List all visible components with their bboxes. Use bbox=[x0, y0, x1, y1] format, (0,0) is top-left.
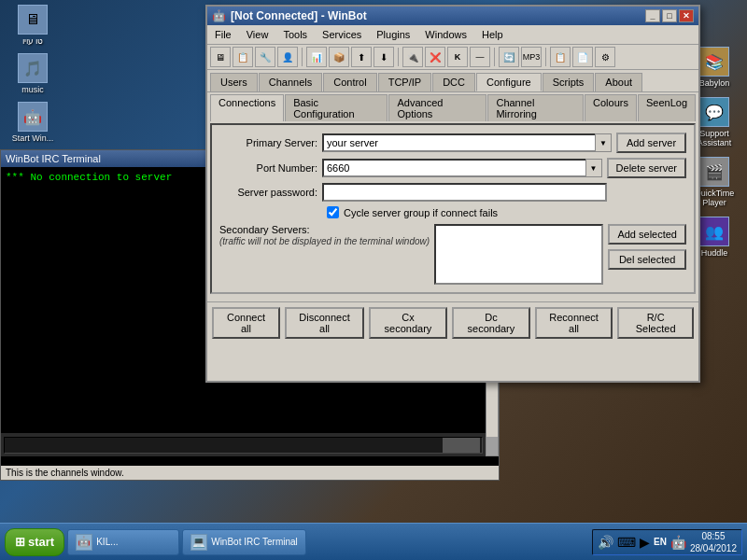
toolbar-btn-14[interactable]: MP3 bbox=[521, 47, 542, 67]
disconnect-all-button[interactable]: Disconnect all bbox=[285, 307, 364, 339]
menu-tools[interactable]: Tools bbox=[275, 27, 315, 42]
cycle-checkbox-row: Cycle server group if connect fails bbox=[219, 206, 686, 218]
toolbar-btn-3[interactable]: 🔧 bbox=[255, 47, 275, 67]
desktop-icon-computer[interactable]: 🖥 טו עויו bbox=[5, 5, 61, 46]
toolbar-btn-11[interactable]: K bbox=[447, 47, 468, 67]
winbot-desktop-icon: 🤖 bbox=[18, 102, 48, 132]
menu-services[interactable]: Services bbox=[315, 27, 369, 42]
subtab-colours[interactable]: Colours bbox=[585, 94, 637, 121]
toolbar-sep-4 bbox=[545, 48, 546, 66]
irc-title-text: WinBot IRC Terminal bbox=[6, 153, 101, 164]
bottom-buttons-area: Connect all Disconnect all Cx secondary … bbox=[207, 301, 698, 343]
toolbar-btn-4[interactable]: 👤 bbox=[277, 47, 298, 67]
huddle-icon-img: 👥 bbox=[699, 217, 729, 246]
menu-plugins[interactable]: Plugins bbox=[369, 27, 417, 42]
secondary-label-area: Secondary Servers: (traffic will not be … bbox=[219, 224, 434, 285]
toolbar-btn-6[interactable]: 📦 bbox=[329, 47, 349, 67]
subtab-basic-config[interactable]: Basic Configuration bbox=[285, 94, 388, 121]
start-button[interactable]: ⊞ start bbox=[5, 528, 64, 556]
toolbar-btn-16[interactable]: 📄 bbox=[572, 47, 593, 67]
delete-server-button[interactable]: Delete server bbox=[607, 158, 686, 178]
irc-scroll-thumb bbox=[443, 438, 480, 453]
menu-windows[interactable]: Windows bbox=[417, 27, 474, 42]
secondary-servers-listbox[interactable] bbox=[434, 224, 603, 285]
winbot-desktop-icon-label: Start Win... bbox=[12, 133, 54, 143]
password-input-wrapper bbox=[322, 183, 607, 202]
primary-server-input[interactable] bbox=[322, 133, 612, 152]
tab-tcpip[interactable]: TCP/IP bbox=[378, 73, 431, 91]
system-tray: 🔊 ⌨ ▶ EN 🤖 08:55 28/04/2012 bbox=[592, 529, 742, 555]
port-number-label: Port Number: bbox=[219, 162, 322, 174]
desktop-icon-winbot[interactable]: 🤖 Start Win... bbox=[5, 102, 61, 143]
computer-icon: 🖥 bbox=[18, 5, 48, 35]
clock-date: 28/04/2012 bbox=[690, 542, 737, 554]
toolbar-btn-7[interactable]: ⬆ bbox=[351, 47, 372, 67]
subtab-connections[interactable]: Connections bbox=[210, 94, 284, 121]
toolbar-btn-13[interactable]: 🔄 bbox=[499, 47, 519, 67]
close-button[interactable]: ✕ bbox=[679, 9, 694, 22]
subtab-bar: Connections Basic Configuration Advanced… bbox=[207, 91, 698, 121]
play-icon[interactable]: ▶ bbox=[640, 535, 650, 550]
add-server-button[interactable]: Add server bbox=[616, 133, 686, 153]
dialog-titlebar: 🤖 [Not Connected] - WinBot _ □ ✕ bbox=[207, 7, 698, 25]
keyboard-icon[interactable]: ⌨ bbox=[617, 535, 636, 550]
subtab-channel-mirroring[interactable]: Channel Mirroring bbox=[487, 94, 584, 121]
subtab-advanced-options[interactable]: Advanced Options bbox=[388, 94, 486, 121]
cycle-checkbox-label: Cycle server group if connect fails bbox=[344, 207, 498, 218]
taskbar-irc-label: WinBot IRC Terminal bbox=[211, 537, 298, 547]
tab-configure[interactable]: Configure bbox=[476, 73, 542, 91]
del-selected-button[interactable]: Del selected bbox=[608, 249, 686, 270]
winbot-tray-icon[interactable]: 🤖 bbox=[670, 535, 686, 550]
title-buttons: _ □ ✕ bbox=[645, 9, 694, 22]
toolbar-btn-9[interactable]: 🔌 bbox=[402, 47, 423, 67]
reconnect-all-button[interactable]: Reconnect all bbox=[535, 307, 613, 339]
menu-file[interactable]: File bbox=[207, 27, 239, 42]
toolbar-btn-2[interactable]: 📋 bbox=[233, 47, 253, 67]
toolbar-btn-8[interactable]: ⬇ bbox=[374, 47, 394, 67]
subtab-seenlog[interactable]: SeenLog bbox=[638, 94, 696, 121]
dialog-title-text: [Not Connected] - WinBot bbox=[231, 9, 367, 22]
taskbar-item-irc[interactable]: 💻 WinBot IRC Terminal bbox=[182, 529, 306, 555]
tab-about[interactable]: About bbox=[595, 73, 642, 91]
toolbar-btn-12[interactable]: — bbox=[470, 47, 490, 67]
toolbar-btn-10[interactable]: ❌ bbox=[425, 47, 445, 67]
menu-help[interactable]: Help bbox=[474, 27, 511, 42]
taskbar-irc-icon: 💻 bbox=[190, 534, 207, 551]
toolbar-btn-15[interactable]: 📋 bbox=[550, 47, 571, 67]
primary-server-dropdown-arrow[interactable]: ▼ bbox=[595, 133, 612, 152]
music-icon-label: music bbox=[21, 85, 44, 94]
add-selected-button[interactable]: Add selected bbox=[608, 224, 686, 245]
toolbar-sep-1 bbox=[302, 48, 303, 66]
babylon-label: Babylon bbox=[699, 78, 730, 88]
desktop-icons-area: 🖥 טו עויו 🎵 music 🤖 Start Win... bbox=[5, 5, 61, 143]
cx-secondary-button[interactable]: Cx secondary bbox=[369, 307, 447, 339]
menu-view[interactable]: View bbox=[239, 27, 276, 42]
volume-icon[interactable]: 🔊 bbox=[598, 535, 613, 550]
port-number-row: Port Number: ▼ Delete server bbox=[219, 158, 686, 178]
desktop-icon-music[interactable]: 🎵 music bbox=[5, 53, 61, 94]
server-password-input[interactable] bbox=[322, 183, 607, 202]
port-input-wrapper: ▼ bbox=[322, 159, 602, 177]
tab-channels[interactable]: Channels bbox=[259, 73, 322, 91]
taskbar-item-kill[interactable]: 🤖 KIL... bbox=[67, 529, 179, 555]
port-dropdown-arrow[interactable]: ▼ bbox=[585, 159, 602, 177]
tab-scripts[interactable]: Scripts bbox=[543, 73, 595, 91]
menu-bar: File View Tools Services Plugins Windows… bbox=[207, 25, 698, 45]
minimize-button[interactable]: _ bbox=[645, 9, 660, 22]
tab-control[interactable]: Control bbox=[323, 73, 376, 91]
port-number-input[interactable] bbox=[322, 159, 602, 177]
toolbar-btn-5[interactable]: 📊 bbox=[306, 47, 327, 67]
tab-users[interactable]: Users bbox=[210, 73, 258, 91]
tab-dcc[interactable]: DCC bbox=[432, 73, 475, 91]
taskbar-kill-label: KIL... bbox=[96, 537, 118, 547]
toolbar-btn-17[interactable]: ⚙ bbox=[595, 47, 615, 67]
primary-server-label: Primary Server: bbox=[219, 137, 322, 148]
rc-selected-button[interactable]: R/C Selected bbox=[617, 307, 694, 339]
connect-all-button[interactable]: Connect all bbox=[212, 307, 280, 339]
dc-secondary-button[interactable]: Dc secondary bbox=[452, 307, 530, 339]
toolbar-btn-1[interactable]: 🖥 bbox=[210, 47, 231, 67]
cycle-checkbox[interactable] bbox=[327, 206, 339, 218]
primary-server-input-wrapper: ▼ bbox=[322, 133, 612, 152]
winbot-dialog: 🤖 [Not Connected] - WinBot _ □ ✕ File Vi… bbox=[205, 5, 700, 383]
maximize-button[interactable]: □ bbox=[662, 9, 677, 22]
